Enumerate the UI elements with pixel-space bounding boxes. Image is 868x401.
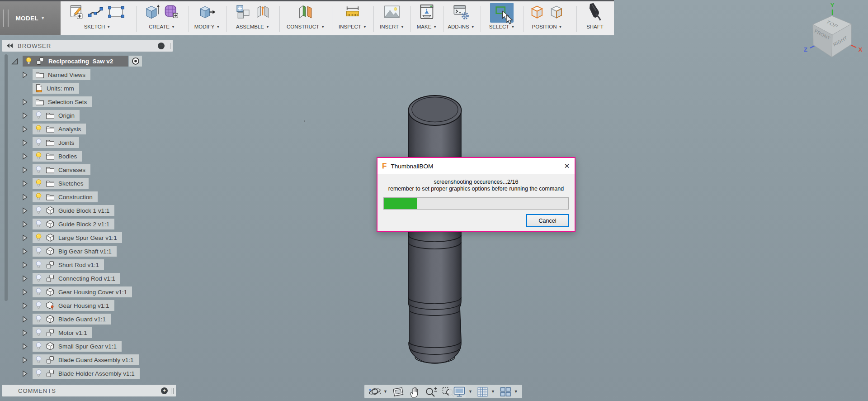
joint-icon[interactable] bbox=[255, 4, 271, 22]
visibility-bulb-icon[interactable] bbox=[35, 166, 42, 174]
chevron-down-icon[interactable]: ▼ bbox=[383, 389, 387, 394]
display-settings-icon[interactable] bbox=[453, 385, 466, 398]
expand-arrow-icon[interactable] bbox=[22, 207, 28, 216]
tree-item-pill[interactable]: Bodies bbox=[33, 151, 82, 162]
viewcube[interactable]: Y Z X TOP FRONT RIGHT bbox=[800, 1, 868, 64]
component-icon[interactable] bbox=[46, 206, 55, 215]
shaft-icon[interactable] bbox=[586, 2, 604, 24]
tree-item-pill[interactable]: Origin bbox=[33, 110, 80, 121]
toolbar-group-shaft[interactable]: SHAFT bbox=[577, 1, 613, 35]
tree-item-pill[interactable]: Connecting Rod v1:1 bbox=[33, 273, 120, 284]
tree-item-pill[interactable]: Gear Housing v1:1 bbox=[33, 300, 114, 311]
expand-arrow-icon[interactable] bbox=[22, 125, 28, 135]
make-3d-print-icon[interactable] bbox=[418, 3, 435, 22]
visibility-bulb-icon[interactable] bbox=[35, 138, 42, 147]
expand-arrow-icon[interactable] bbox=[22, 193, 28, 203]
close-icon[interactable]: ✕ bbox=[559, 158, 575, 174]
document-ruler-icon[interactable] bbox=[35, 84, 43, 93]
visibility-bulb-icon[interactable] bbox=[35, 125, 42, 133]
folder-icon[interactable] bbox=[35, 98, 44, 106]
folder-icon[interactable] bbox=[46, 139, 55, 147]
orbit-icon[interactable] bbox=[368, 386, 381, 398]
visibility-bulb-icon[interactable] bbox=[35, 247, 42, 255]
expand-arrow-icon[interactable] bbox=[22, 275, 28, 284]
visibility-bulb-icon[interactable] bbox=[35, 152, 42, 160]
tree-item-pill[interactable]: Large Spur Gear v1:1 bbox=[33, 232, 122, 243]
toolbar-group-position[interactable]: POSITION▼ bbox=[524, 1, 570, 35]
tree-item-pill[interactable]: Gear Housing Cover v1:1 bbox=[33, 286, 132, 297]
expand-arrow-icon[interactable] bbox=[22, 112, 28, 121]
construct-plane-icon[interactable] bbox=[297, 3, 315, 22]
expand-arrow-icon[interactable] bbox=[22, 261, 28, 271]
visibility-bulb-icon[interactable] bbox=[35, 369, 42, 377]
look-at-icon[interactable] bbox=[392, 386, 404, 398]
comments-bar[interactable]: COMMENTS + bbox=[2, 385, 176, 396]
expand-arrow-icon[interactable] bbox=[22, 139, 28, 148]
tree-item-pill[interactable]: Guide Block 1 v1:1 bbox=[33, 205, 114, 216]
visibility-bulb-icon[interactable] bbox=[35, 111, 42, 119]
visibility-bulb-icon[interactable] bbox=[35, 234, 42, 242]
revert-position-icon[interactable] bbox=[549, 4, 565, 22]
tree-item-pill[interactable]: Named Views bbox=[33, 69, 90, 80]
visibility-bulb-icon[interactable] bbox=[35, 193, 42, 201]
visibility-bulb-icon[interactable] bbox=[35, 315, 42, 323]
visibility-bulb-icon[interactable] bbox=[35, 220, 42, 228]
expand-arrow-icon[interactable] bbox=[22, 302, 28, 311]
pan-icon[interactable] bbox=[408, 386, 420, 398]
grid-display-icon[interactable] bbox=[476, 386, 489, 398]
expand-arrow-icon[interactable] bbox=[22, 153, 28, 162]
capture-position-icon[interactable] bbox=[529, 4, 546, 22]
zoom-icon[interactable] bbox=[424, 386, 438, 398]
folder-icon[interactable] bbox=[46, 153, 55, 160]
folder-icon[interactable] bbox=[46, 166, 55, 174]
folder-icon[interactable] bbox=[35, 71, 44, 79]
visibility-bulb-icon[interactable] bbox=[35, 179, 42, 187]
chevron-down-icon[interactable]: ▼ bbox=[468, 389, 472, 394]
folder-icon[interactable] bbox=[46, 193, 55, 201]
expand-arrow-icon[interactable] bbox=[22, 180, 28, 189]
tree-item-pill[interactable]: Joints bbox=[33, 137, 79, 148]
tree-item-pill[interactable]: Small Spur Gear v1:1 bbox=[33, 341, 122, 352]
toolbar-group-construct[interactable]: CONSTRUCT▼ bbox=[280, 1, 331, 35]
insert-image-icon[interactable] bbox=[383, 4, 401, 22]
component-icon[interactable] bbox=[46, 315, 55, 324]
tree-item-pill[interactable]: Guide Block 2 v1:1 bbox=[33, 219, 114, 229]
assembly-icon[interactable] bbox=[46, 260, 55, 269]
expand-arrow-icon[interactable] bbox=[22, 370, 28, 379]
visibility-bulb-icon[interactable] bbox=[35, 329, 42, 337]
toolbar-group-addins[interactable]: ADD-INS▼ bbox=[444, 1, 478, 35]
plus-circle-icon[interactable]: + bbox=[161, 387, 168, 394]
tree-item-pill[interactable]: Analysis bbox=[33, 124, 86, 134]
visibility-bulb-icon[interactable] bbox=[35, 356, 42, 364]
expand-arrow-icon[interactable] bbox=[22, 329, 28, 339]
expand-arrow-icon[interactable] bbox=[22, 234, 28, 243]
dialog-titlebar[interactable]: F ThumbnailBOM ✕ bbox=[377, 158, 575, 174]
expand-arrow-icon[interactable] bbox=[22, 343, 28, 352]
expand-arrow-icon[interactable] bbox=[22, 315, 28, 325]
tree-item-pill[interactable]: Units: mm bbox=[33, 83, 79, 94]
folder-icon[interactable] bbox=[46, 125, 55, 133]
tree-item-pill[interactable]: Blade Guard Assembly v1:1 bbox=[33, 354, 139, 365]
visibility-bulb-icon[interactable] bbox=[35, 206, 42, 215]
toolbar-group-insert[interactable]: INSERT▼ bbox=[374, 1, 410, 35]
component-icon[interactable] bbox=[46, 247, 55, 256]
tree-item-pill[interactable]: Construction bbox=[33, 191, 98, 202]
visibility-bulb-icon[interactable] bbox=[35, 288, 42, 296]
expand-arrow-icon[interactable] bbox=[22, 71, 28, 81]
toolbar-group-inspect[interactable]: INSPECT▼ bbox=[333, 1, 373, 35]
cancel-button[interactable]: Cancel bbox=[526, 214, 569, 227]
folder-icon[interactable] bbox=[46, 112, 55, 119]
panel-grip[interactable] bbox=[171, 388, 174, 394]
expand-arrow-icon[interactable] bbox=[11, 57, 19, 67]
visibility-bulb-icon[interactable] bbox=[35, 274, 42, 282]
tree-item-pill[interactable]: Blade Holder Assembly v1:1 bbox=[33, 368, 140, 379]
activate-component-radio[interactable] bbox=[129, 56, 142, 67]
assembly-icon[interactable] bbox=[46, 274, 55, 283]
expand-arrow-icon[interactable] bbox=[22, 248, 28, 257]
expand-arrow-icon[interactable] bbox=[22, 288, 28, 298]
tree-item-pill[interactable]: Big Gear Shaft v1:1 bbox=[33, 246, 117, 257]
scripts-addins-icon[interactable] bbox=[453, 3, 470, 22]
chevron-down-icon[interactable]: ▼ bbox=[514, 389, 518, 394]
tree-item-pill[interactable]: Blade Guard v1:1 bbox=[33, 314, 111, 325]
component-icon[interactable] bbox=[46, 287, 55, 296]
